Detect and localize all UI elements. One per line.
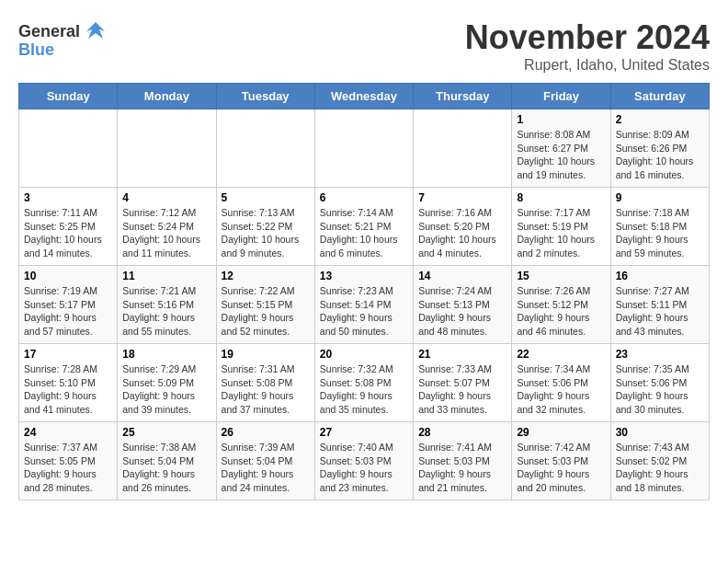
calendar-cell: 18Sunrise: 7:29 AM Sunset: 5:09 PM Dayli… [118,344,216,422]
calendar-cell: 10Sunrise: 7:19 AM Sunset: 5:17 PM Dayli… [19,266,118,344]
calendar-cell: 29Sunrise: 7:42 AM Sunset: 5:03 PM Dayli… [512,422,610,500]
day-info: Sunrise: 7:43 AM Sunset: 5:02 PM Dayligh… [616,441,704,495]
day-number: 13 [320,270,408,282]
calendar-cell: 27Sunrise: 7:40 AM Sunset: 5:03 PM Dayli… [314,422,413,500]
day-info: Sunrise: 7:23 AM Sunset: 5:14 PM Dayligh… [320,284,408,339]
day-info: Sunrise: 7:13 AM Sunset: 5:22 PM Dayligh… [222,206,310,260]
calendar-cell: 17Sunrise: 7:28 AM Sunset: 5:10 PM Dayli… [19,344,118,422]
week-row-4: 17Sunrise: 7:28 AM Sunset: 5:10 PM Dayli… [19,344,710,422]
calendar-cell: 19Sunrise: 7:31 AM Sunset: 5:08 PM Dayli… [216,344,314,422]
day-info: Sunrise: 7:41 AM Sunset: 5:03 PM Dayligh… [418,441,506,495]
day-number: 7 [418,191,506,204]
day-number: 12 [222,270,310,282]
day-info: Sunrise: 7:19 AM Sunset: 5:17 PM Dayligh… [24,284,112,339]
calendar-cell: 21Sunrise: 7:33 AM Sunset: 5:07 PM Dayli… [414,344,512,422]
calendar-cell: 20Sunrise: 7:32 AM Sunset: 5:08 PM Dayli… [314,344,413,422]
day-number: 14 [418,270,506,282]
calendar-cell: 11Sunrise: 7:21 AM Sunset: 5:16 PM Dayli… [118,266,216,344]
week-row-3: 10Sunrise: 7:19 AM Sunset: 5:17 PM Dayli… [19,266,710,344]
calendar-cell: 7Sunrise: 7:16 AM Sunset: 5:20 PM Daylig… [414,188,512,266]
calendar-cell: 2Sunrise: 8:09 AM Sunset: 6:26 PM Daylig… [610,109,709,188]
calendar-cell: 25Sunrise: 7:38 AM Sunset: 5:04 PM Dayli… [118,422,216,500]
day-number: 26 [222,426,310,439]
day-info: Sunrise: 7:21 AM Sunset: 5:16 PM Dayligh… [122,284,210,339]
calendar-cell: 5Sunrise: 7:13 AM Sunset: 5:22 PM Daylig… [216,188,314,266]
day-number: 8 [517,191,605,204]
day-number: 28 [418,426,506,439]
calendar-cell [19,109,118,188]
calendar-cell: 1Sunrise: 8:08 AM Sunset: 6:27 PM Daylig… [512,109,610,188]
day-info: Sunrise: 7:39 AM Sunset: 5:04 PM Dayligh… [222,441,310,495]
day-number: 6 [320,191,408,204]
day-info: Sunrise: 7:35 AM Sunset: 5:06 PM Dayligh… [616,362,704,417]
location-text: Rupert, Idaho, United States [465,57,710,74]
day-number: 15 [517,270,605,282]
day-info: Sunrise: 7:22 AM Sunset: 5:15 PM Dayligh… [222,284,310,339]
calendar-cell [118,109,216,188]
logo-general-text: General [18,22,80,41]
calendar-cell: 9Sunrise: 7:18 AM Sunset: 5:18 PM Daylig… [610,188,709,266]
calendar-cell: 12Sunrise: 7:22 AM Sunset: 5:15 PM Dayli… [216,266,314,344]
calendar-cell: 6Sunrise: 7:14 AM Sunset: 5:21 PM Daylig… [314,188,413,266]
day-info: Sunrise: 7:42 AM Sunset: 5:03 PM Dayligh… [517,441,605,495]
calendar-cell: 15Sunrise: 7:26 AM Sunset: 5:12 PM Dayli… [512,266,610,344]
week-row-1: 1Sunrise: 8:08 AM Sunset: 6:27 PM Daylig… [19,109,710,188]
day-number: 25 [122,426,210,439]
day-info: Sunrise: 8:08 AM Sunset: 6:27 PM Dayligh… [517,128,605,182]
day-number: 2 [616,113,704,126]
day-number: 1 [517,113,605,126]
day-number: 23 [616,348,704,361]
header: General Blue November 2024 Rupert, Idaho… [18,18,710,74]
calendar-cell: 30Sunrise: 7:43 AM Sunset: 5:02 PM Dayli… [610,422,709,500]
day-number: 5 [222,191,310,204]
day-info: Sunrise: 7:33 AM Sunset: 5:07 PM Dayligh… [418,362,506,417]
calendar-cell: 3Sunrise: 7:11 AM Sunset: 5:25 PM Daylig… [19,188,118,266]
day-number: 30 [616,426,704,439]
day-info: Sunrise: 7:29 AM Sunset: 5:09 PM Dayligh… [122,362,210,417]
weekday-header-row: Sunday Monday Tuesday Wednesday Thursday… [19,84,710,109]
day-info: Sunrise: 7:17 AM Sunset: 5:19 PM Dayligh… [517,206,605,260]
month-title: November 2024 [465,18,710,57]
calendar-cell [414,109,512,188]
header-sunday: Sunday [19,84,118,109]
header-friday: Friday [512,84,610,109]
day-info: Sunrise: 7:32 AM Sunset: 5:08 PM Dayligh… [320,362,408,417]
header-thursday: Thursday [414,84,512,109]
day-number: 24 [24,426,112,439]
day-info: Sunrise: 7:28 AM Sunset: 5:10 PM Dayligh… [24,362,112,417]
calendar-cell: 4Sunrise: 7:12 AM Sunset: 5:24 PM Daylig… [118,188,216,266]
calendar-cell [216,109,314,188]
svg-marker-0 [86,22,105,39]
day-number: 29 [517,426,605,439]
day-number: 4 [122,191,210,204]
day-number: 27 [320,426,408,439]
calendar-cell: 26Sunrise: 7:39 AM Sunset: 5:04 PM Dayli… [216,422,314,500]
day-number: 22 [517,348,605,361]
day-info: Sunrise: 7:16 AM Sunset: 5:20 PM Dayligh… [418,206,506,260]
calendar-cell: 28Sunrise: 7:41 AM Sunset: 5:03 PM Dayli… [414,422,512,500]
calendar-cell: 23Sunrise: 7:35 AM Sunset: 5:06 PM Dayli… [610,344,709,422]
calendar-cell [314,109,413,188]
day-number: 19 [222,348,310,361]
day-info: Sunrise: 8:09 AM Sunset: 6:26 PM Dayligh… [616,128,704,182]
day-info: Sunrise: 7:24 AM Sunset: 5:13 PM Dayligh… [418,284,506,339]
day-number: 18 [122,348,210,361]
header-saturday: Saturday [610,84,709,109]
calendar-table: Sunday Monday Tuesday Wednesday Thursday… [18,83,710,500]
header-tuesday: Tuesday [216,84,314,109]
day-info: Sunrise: 7:34 AM Sunset: 5:06 PM Dayligh… [517,362,605,417]
day-number: 10 [24,270,112,282]
day-number: 3 [24,191,112,204]
calendar-cell: 16Sunrise: 7:27 AM Sunset: 5:11 PM Dayli… [610,266,709,344]
day-info: Sunrise: 7:38 AM Sunset: 5:04 PM Dayligh… [122,441,210,495]
logo-blue-text: Blue [18,40,54,60]
day-number: 9 [616,191,704,204]
week-row-5: 24Sunrise: 7:37 AM Sunset: 5:05 PM Dayli… [19,422,710,500]
day-info: Sunrise: 7:18 AM Sunset: 5:18 PM Dayligh… [616,206,704,260]
calendar-cell: 24Sunrise: 7:37 AM Sunset: 5:05 PM Dayli… [19,422,118,500]
day-number: 20 [320,348,408,361]
calendar-cell: 13Sunrise: 7:23 AM Sunset: 5:14 PM Dayli… [314,266,413,344]
logo: General Blue [18,18,108,60]
day-number: 17 [24,348,112,361]
day-number: 21 [418,348,506,361]
